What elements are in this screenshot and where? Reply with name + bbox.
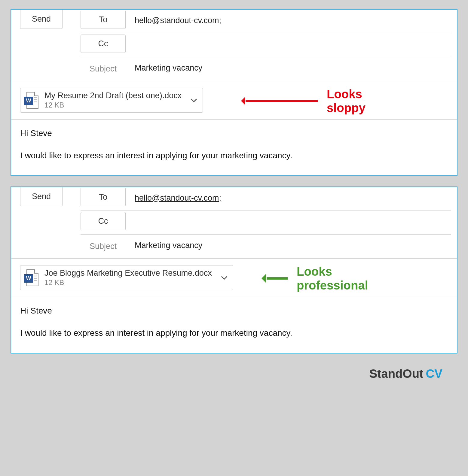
send-button[interactable]: Send [20, 10, 63, 29]
attachment-row: W Joe Bloggs Marketing Executive Resume.… [11, 259, 457, 297]
word-document-icon: W [24, 269, 38, 286]
to-field-row: To hello@standout-cv.com; [81, 187, 451, 211]
subject-label: Subject [81, 57, 126, 81]
subject-value[interactable]: Marketing vacancy [135, 63, 451, 74]
attachment-chip[interactable]: W Joe Bloggs Marketing Executive Resume.… [20, 265, 233, 290]
brand-text-2: CV [426, 367, 442, 380]
chevron-down-icon[interactable] [221, 276, 228, 280]
body-line: Hi Steve [20, 306, 448, 316]
email-compose-panel: Send To hello@standout-cv.com; Cc Subjec… [11, 186, 457, 353]
attachment-filename: My Resume 2nd Draft (best one).docx [44, 91, 182, 100]
body-line: I would like to express an interest in a… [20, 328, 448, 338]
cc-field-row: Cc [81, 211, 451, 235]
attachment-filename: Joe Bloggs Marketing Executive Resume.do… [44, 268, 212, 278]
arrow-left-icon [246, 100, 318, 102]
email-compose-panel: Send To hello@standout-cv.com; Cc Subjec… [11, 9, 457, 176]
arrow-left-icon [267, 277, 288, 280]
cc-value[interactable] [135, 44, 451, 46]
email-body[interactable]: Hi Steve I would like to express an inte… [11, 297, 457, 353]
send-button[interactable]: Send [20, 187, 63, 206]
attachment-chip[interactable]: W My Resume 2nd Draft (best one).docx 12… [20, 88, 203, 113]
footer-brand: StandOutCV [11, 364, 457, 390]
annotation-sloppy: Looks sloppy [246, 87, 366, 115]
subject-value[interactable]: Marketing vacancy [135, 241, 451, 252]
body-line: I would like to express an interest in a… [20, 151, 448, 160]
cc-button[interactable]: Cc [81, 212, 126, 230]
to-button[interactable]: To [81, 188, 126, 206]
email-body[interactable]: Hi Steve I would like to express an inte… [11, 120, 457, 175]
brand-text-1: StandOut [369, 367, 423, 380]
chevron-down-icon[interactable] [191, 98, 197, 102]
subject-label: Subject [81, 235, 126, 258]
attachment-filesize: 12 KB [44, 278, 212, 287]
body-line: Hi Steve [20, 129, 448, 138]
attachment-filesize: 12 KB [44, 101, 182, 109]
subject-field-row: Subject Marketing vacancy [81, 235, 451, 258]
cc-field-row: Cc [81, 33, 451, 57]
annotation-professional: Looks professional [267, 265, 368, 292]
to-field-row: To hello@standout-cv.com; [81, 10, 451, 33]
subject-field-row: Subject Marketing vacancy [81, 57, 451, 81]
to-button[interactable]: To [81, 11, 126, 29]
cc-button[interactable]: Cc [81, 35, 126, 53]
to-value[interactable]: hello@standout-cv.com; [135, 193, 451, 205]
to-value[interactable]: hello@standout-cv.com; [135, 16, 451, 27]
cc-value[interactable] [135, 222, 451, 223]
attachment-row: W My Resume 2nd Draft (best one).docx 12… [11, 81, 457, 120]
word-document-icon: W [24, 92, 38, 109]
